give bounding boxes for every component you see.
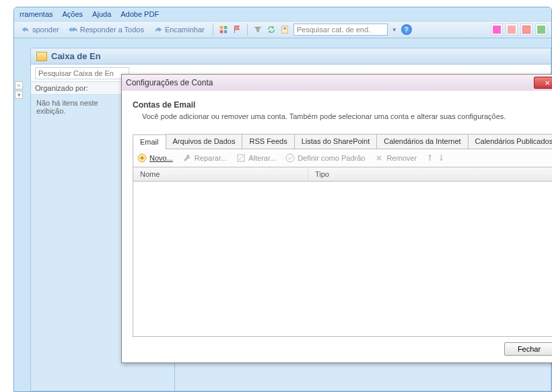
tab-published-cal[interactable]: Calendários Publicados [468, 134, 552, 149]
dialog-body: Contas de Email Você pode adicionar ou r… [122, 91, 552, 362]
dialog-title: Configurações de Conta [126, 78, 213, 87]
move-up-button: 🠕 [426, 154, 434, 162]
account-list[interactable] [133, 182, 552, 337]
svg-point-5 [283, 28, 286, 30]
menu-help[interactable]: Ajuda [92, 10, 111, 18]
dialog-titlebar[interactable]: Configurações de Conta ✕ [122, 75, 552, 91]
folder-icon [36, 52, 47, 61]
svg-rect-3 [224, 30, 227, 33]
change-account-button: Alterar... [236, 153, 276, 163]
help-icon[interactable]: ? [401, 24, 412, 35]
dialog-footer: Fechar [133, 337, 552, 356]
address-search-input[interactable]: Pesquisar cat. de end. [294, 24, 388, 36]
reorder-arrows: 🠕 🠗 [426, 154, 445, 162]
nav-pane-toggles: « ▾ [15, 80, 24, 100]
account-settings-dialog: Configurações de Conta ✕ Contas de Email… [121, 74, 552, 363]
toolbar-separator [213, 24, 213, 36]
edit-icon [236, 153, 246, 163]
pdf-attach-icon[interactable] [491, 24, 503, 36]
menu-adobe-pdf[interactable]: Adobe PDF [120, 10, 159, 18]
tab-internet-cal[interactable]: Calendários da Internet [376, 134, 468, 149]
toolbar-separator-2 [247, 24, 248, 36]
folder-header: Caixa de En [31, 48, 551, 65]
pdf-convert-icon[interactable] [506, 24, 518, 36]
svg-rect-0 [219, 26, 222, 29]
empty-message: Não há itens neste exibição. [31, 95, 125, 119]
folder-search-input[interactable] [35, 67, 129, 79]
forward-icon [153, 25, 163, 34]
address-book-icon[interactable] [280, 25, 289, 34]
organize-label: Organizado por: [35, 84, 88, 92]
reply-icon [21, 25, 30, 34]
forward-button[interactable]: Encaminhar [151, 24, 207, 36]
reply-all-button[interactable]: Responder a Todos [66, 24, 147, 36]
reply-button[interactable]: sponder [18, 24, 62, 36]
tab-sharepoint[interactable]: Listas do SharePoint [294, 134, 378, 149]
svg-rect-9 [537, 26, 545, 34]
set-default-button: Definir como Padrão [285, 153, 365, 163]
svg-point-12 [286, 154, 294, 162]
categorize-icon[interactable] [219, 25, 228, 34]
svg-rect-7 [508, 26, 516, 34]
pdf-toolbar [491, 24, 547, 36]
account-toolbar: Novo... Reparar... Alterar... Definir co… [133, 149, 552, 167]
column-type[interactable]: Tipo [308, 167, 552, 181]
nav-collapse-down[interactable]: ▾ [15, 91, 23, 99]
check-icon [285, 153, 295, 163]
new-icon [137, 153, 147, 163]
close-dialog-button[interactable]: Fechar [504, 342, 552, 356]
menu-bar: rramentas Ações Ajuda Adobe PDF [14, 7, 551, 21]
svg-rect-2 [219, 30, 222, 33]
wrench-icon [182, 153, 192, 163]
reply-all-icon [69, 25, 78, 34]
dialog-heading: Contas de Email [133, 100, 552, 110]
pdf-folder-icon[interactable] [520, 24, 532, 36]
dialog-tabs: Email Arquivos de Dados RSS Feeds Listas… [133, 134, 552, 149]
flag-icon[interactable] [232, 25, 242, 34]
svg-rect-1 [224, 26, 227, 29]
filter-icon[interactable] [253, 25, 263, 34]
delete-icon [374, 153, 384, 163]
remove-account-button: Remover [374, 153, 417, 163]
menu-tools[interactable]: rramentas [20, 10, 53, 18]
search-dropdown-arrow[interactable]: ▼ [392, 27, 397, 33]
new-account-button[interactable]: Novo... [137, 153, 173, 163]
svg-rect-8 [522, 26, 530, 34]
column-name[interactable]: Nome [133, 167, 308, 181]
tab-rss[interactable]: RSS Feeds [242, 134, 294, 149]
svg-rect-6 [493, 26, 501, 34]
tab-email[interactable]: Email [133, 134, 166, 149]
menu-actions[interactable]: Ações [63, 10, 83, 18]
dialog-description: Você pode adicionar ou remover uma conta… [142, 112, 552, 120]
account-list-header: Nome Tipo [133, 167, 552, 182]
main-toolbar: sponder Responder a Todos Encaminhar Pes… [14, 21, 551, 38]
repair-account-button: Reparar... [182, 153, 227, 163]
close-button[interactable]: ✕ [534, 77, 552, 89]
tab-data-files[interactable]: Arquivos de Dados [166, 134, 243, 149]
folder-title: Caixa de En [51, 51, 101, 61]
nav-expand-left[interactable]: « [15, 81, 23, 89]
move-down-button: 🠗 [438, 154, 445, 162]
send-receive-icon[interactable] [267, 25, 276, 34]
pdf-settings-icon[interactable] [535, 24, 547, 36]
